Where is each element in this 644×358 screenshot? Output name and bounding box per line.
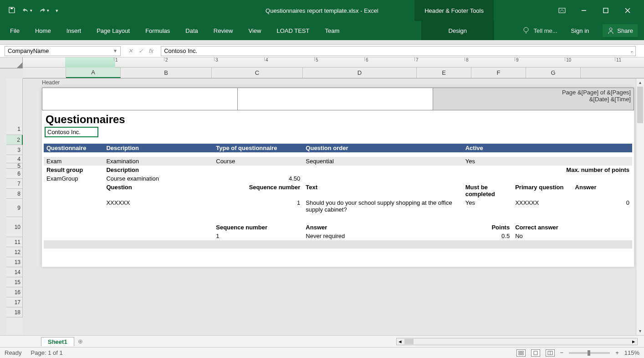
tab-data[interactable]: Data bbox=[184, 26, 199, 36]
page-break-view-icon[interactable] bbox=[546, 349, 555, 357]
svg-rect-12 bbox=[521, 353, 523, 355]
formula-bar: CompanyName▼ ✕ ✓ fx Contoso Inc. ⌄ bbox=[0, 45, 644, 57]
table-row: QuestionSequence numberTextMust be compl… bbox=[44, 183, 632, 198]
row-header[interactable]: 13 bbox=[6, 257, 23, 267]
undo-icon[interactable]: ▾ bbox=[22, 7, 32, 14]
vertical-ruler bbox=[0, 78, 6, 335]
normal-view-icon[interactable] bbox=[516, 349, 526, 357]
select-all-corner[interactable] bbox=[0, 57, 23, 68]
svg-point-8 bbox=[609, 28, 612, 31]
column-header[interactable]: A bbox=[66, 67, 121, 78]
cancel-icon[interactable]: ✕ bbox=[128, 47, 133, 54]
sheet-tab[interactable]: Sheet1 bbox=[41, 337, 74, 346]
row-header[interactable]: 7 bbox=[6, 179, 23, 189]
table-row: Result groupDescriptionMax. number of po… bbox=[44, 166, 632, 174]
scroll-thumb[interactable] bbox=[637, 87, 643, 123]
page-header[interactable]: Page &[Page] of &[Pages] &[Date] &[Time] bbox=[42, 88, 634, 110]
ribbon-options-icon[interactable] bbox=[557, 6, 567, 15]
redo-icon[interactable]: ▾ bbox=[39, 7, 49, 14]
chevron-down-icon[interactable]: ▼ bbox=[113, 48, 118, 53]
enter-icon[interactable]: ✓ bbox=[138, 47, 143, 54]
column-header[interactable]: C bbox=[212, 67, 303, 78]
close-icon[interactable] bbox=[623, 6, 632, 15]
row-header[interactable]: 4 bbox=[6, 155, 23, 163]
qat-customize-icon[interactable]: ▾ bbox=[56, 8, 58, 14]
row-header[interactable]: 8 bbox=[6, 189, 23, 199]
scroll-right-icon[interactable]: ▸ bbox=[630, 338, 637, 345]
row-header[interactable]: 5 bbox=[6, 163, 23, 169]
column-header[interactable]: B bbox=[121, 67, 212, 78]
header-label: Header bbox=[42, 79, 60, 86]
row-header[interactable]: 15 bbox=[6, 277, 23, 287]
page-area[interactable]: Header Page &[Page] of &[Pages] &[Date] … bbox=[23, 78, 644, 335]
row-header[interactable]: 1 bbox=[6, 123, 23, 135]
table-header-row: QuestionnaireDescriptionType of question… bbox=[44, 144, 632, 152]
zoom-out-icon[interactable]: − bbox=[560, 349, 564, 356]
tab-review[interactable]: Review bbox=[213, 26, 234, 36]
name-box[interactable]: CompanyName▼ bbox=[5, 46, 121, 56]
tab-file[interactable]: File bbox=[9, 26, 20, 36]
sign-in[interactable]: Sign in bbox=[571, 27, 589, 34]
row-headers[interactable]: 123456789101112131415161718 bbox=[6, 78, 23, 335]
formula-input[interactable]: Contoso Inc. ⌄ bbox=[161, 46, 636, 56]
header-right[interactable]: Page &[Page] of &[Pages] &[Date] &[Time] bbox=[433, 88, 634, 110]
scroll-up-icon[interactable]: ▴ bbox=[636, 78, 644, 87]
scroll-down-icon[interactable]: ▾ bbox=[636, 327, 644, 335]
tab-formulas[interactable]: Formulas bbox=[144, 26, 171, 36]
svg-rect-11 bbox=[519, 353, 521, 355]
tab-view[interactable]: View bbox=[247, 26, 262, 36]
status-ready: Ready bbox=[5, 349, 22, 356]
row-header[interactable]: 16 bbox=[6, 287, 23, 297]
page-layout-view-icon[interactable] bbox=[531, 349, 540, 357]
horizontal-scrollbar[interactable]: ◂ ▸ bbox=[396, 338, 638, 345]
row-header[interactable]: 11 bbox=[6, 237, 23, 247]
column-header[interactable]: F bbox=[471, 67, 526, 78]
svg-rect-3 bbox=[603, 8, 608, 13]
tell-me[interactable]: Tell me... bbox=[522, 26, 557, 35]
maximize-icon[interactable] bbox=[601, 6, 610, 15]
add-sheet-icon[interactable]: ⊕ bbox=[78, 338, 83, 345]
table-row: ExamGroupCourse examination4.50 bbox=[44, 174, 632, 183]
tab-home[interactable]: Home bbox=[34, 26, 52, 36]
header-left[interactable] bbox=[42, 88, 238, 110]
data-table: QuestionnaireDescriptionType of question… bbox=[44, 144, 632, 249]
scroll-thumb[interactable] bbox=[404, 339, 414, 344]
zoom-in-icon[interactable]: + bbox=[615, 349, 619, 356]
row-header[interactable]: 18 bbox=[6, 307, 23, 317]
row-header[interactable]: 17 bbox=[6, 297, 23, 307]
horizontal-ruler: 1234567891011 bbox=[23, 57, 644, 67]
zoom-slider[interactable] bbox=[569, 352, 610, 354]
column-header[interactable]: G bbox=[526, 67, 581, 78]
scroll-left-icon[interactable]: ◂ bbox=[397, 338, 404, 345]
zoom-level[interactable]: 115% bbox=[624, 349, 639, 356]
tab-insert[interactable]: Insert bbox=[66, 26, 82, 36]
fx-icon[interactable]: fx bbox=[149, 47, 153, 54]
row-header[interactable]: 12 bbox=[6, 247, 23, 257]
tab-page-layout[interactable]: Page Layout bbox=[96, 26, 131, 36]
sheet-tabs: Sheet1 ⊕ ◂ ▸ bbox=[0, 335, 644, 347]
vertical-scrollbar[interactable]: ▴ ▾ bbox=[636, 78, 644, 335]
svg-rect-1 bbox=[559, 8, 565, 13]
table-row: ExamExaminationCourseSequentialYes bbox=[44, 157, 632, 166]
expand-formula-icon[interactable]: ⌄ bbox=[630, 48, 634, 53]
column-header[interactable]: E bbox=[417, 67, 471, 78]
row-header[interactable]: 2 bbox=[6, 135, 23, 145]
tab-team[interactable]: Team bbox=[324, 26, 340, 36]
svg-rect-13 bbox=[534, 351, 537, 355]
row-header[interactable]: 6 bbox=[6, 169, 23, 179]
minimize-icon[interactable] bbox=[579, 6, 588, 15]
row-header[interactable]: 3 bbox=[6, 145, 23, 155]
header-center[interactable] bbox=[238, 88, 433, 110]
column-header[interactable]: D bbox=[303, 67, 417, 78]
sheet-content: Questionnaires Contoso Inc. Questionnair… bbox=[42, 112, 634, 267]
row-header[interactable]: 10 bbox=[6, 217, 23, 237]
active-cell[interactable]: Contoso Inc. bbox=[45, 127, 98, 137]
tab-design[interactable]: Design bbox=[421, 21, 494, 40]
column-headers[interactable]: ABCDEFG bbox=[23, 67, 644, 78]
row-header[interactable]: 14 bbox=[6, 267, 23, 277]
save-icon[interactable] bbox=[8, 6, 15, 15]
row-header[interactable]: 9 bbox=[6, 199, 23, 217]
status-page: Page: 1 of 1 bbox=[31, 349, 63, 356]
share-button[interactable]: Share bbox=[603, 24, 638, 37]
tab-load-test[interactable]: LOAD TEST bbox=[276, 26, 310, 36]
